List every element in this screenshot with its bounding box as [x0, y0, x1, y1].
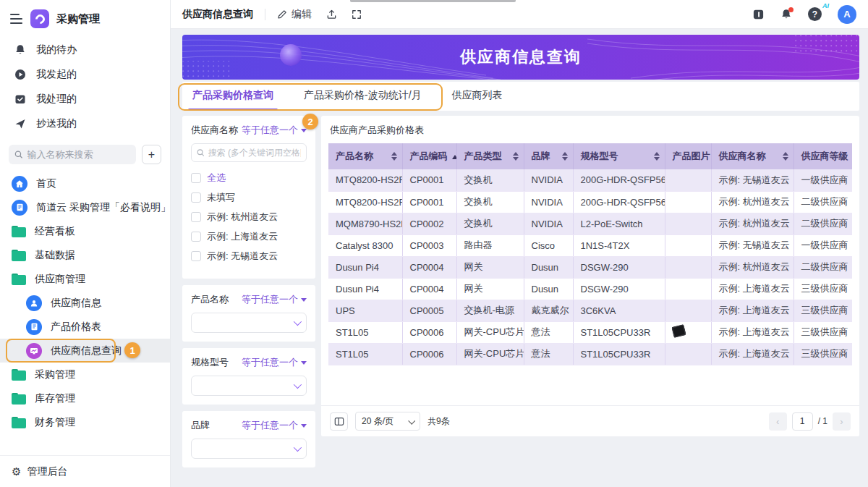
sidebar-item-purchase-management[interactable]: 采购管理: [0, 363, 170, 386]
prev-page-button[interactable]: ‹: [769, 412, 787, 431]
filter-option[interactable]: 全选: [191, 168, 307, 187]
sidebar-item-product-price-table[interactable]: 产品价格表: [0, 315, 170, 339]
filter-select[interactable]: [191, 376, 307, 396]
search-icon: [14, 150, 23, 159]
column-header[interactable]: 供应商名称: [711, 143, 793, 169]
sort-icon[interactable]: [783, 152, 788, 161]
sort-icon[interactable]: [654, 152, 660, 161]
option-label: 示例: 无锡道友云: [207, 250, 278, 263]
sidebar-item-supplier-query[interactable]: 供应商信息查询 1: [0, 339, 170, 363]
filter-label: 规格型号: [191, 356, 229, 369]
fullscreen-button[interactable]: [352, 9, 362, 20]
filter-select[interactable]: [191, 439, 307, 459]
filter-spec-model: 规格型号 等于任意一个: [182, 348, 315, 405]
table-row[interactable]: Dusun Pi4CP0004网关DusunDSGW-290示例: 上海道友云三…: [328, 278, 852, 300]
next-page-button[interactable]: ›: [833, 412, 851, 431]
page-size-select[interactable]: 20 条/页: [355, 412, 420, 431]
menu-toggle-icon[interactable]: [10, 14, 23, 24]
option-label: 示例: 杭州道友云: [207, 211, 278, 224]
sidebar-item-cc-to-me[interactable]: 抄送我的: [0, 111, 170, 136]
tab-bar: 产品采购价格查询 产品采购价格-波动统计/月 供应商列表: [182, 82, 859, 111]
folder-open-icon: [12, 274, 26, 285]
notifications-button[interactable]: [780, 9, 792, 20]
column-settings-button[interactable]: [330, 412, 348, 431]
filter-operator-dropdown[interactable]: 等于任意一个: [242, 124, 307, 137]
sidebar-nav: 首页 简道云 采购管理「必看说明」 经营看板 基础数据 供应商管理 供应商信息 …: [0, 171, 170, 434]
bell-icon: [14, 44, 26, 56]
table-row[interactable]: Catalyst 8300CP0003路由器Cisco1N1S-4T2X示例: …: [328, 234, 852, 256]
option-label: 全选: [207, 171, 226, 185]
panel-toggle-button[interactable]: [752, 9, 765, 20]
tab-supplier-list[interactable]: 供应商列表: [451, 89, 504, 111]
sort-icon[interactable]: [841, 152, 847, 161]
list-icon: [26, 319, 42, 335]
folder-icon: [12, 250, 26, 261]
person-icon: [26, 295, 42, 311]
filter-operator-dropdown[interactable]: 等于任意一个: [242, 419, 307, 432]
column-header[interactable]: 产品名称: [328, 143, 402, 169]
add-button[interactable]: +: [142, 145, 161, 164]
sidebar-item-guide[interactable]: 简道云 采购管理「必看说明」: [0, 195, 170, 219]
sidebar-item-business-boards[interactable]: 经营看板: [0, 219, 170, 243]
filter-search-box[interactable]: [191, 143, 307, 162]
sidebar-item-supplier-management[interactable]: 供应商管理: [0, 267, 170, 291]
share-button[interactable]: [326, 9, 337, 20]
dashboard-icon: [26, 343, 42, 359]
column-header[interactable]: 品牌: [524, 143, 573, 169]
edit-button[interactable]: 编辑: [277, 8, 312, 21]
filter-option[interactable]: 示例: 无锡道友云: [191, 246, 307, 266]
sidebar-item-base-data[interactable]: 基础数据: [0, 243, 170, 267]
question-icon: ?: [808, 7, 822, 21]
sidebar-item-home[interactable]: 首页: [0, 171, 170, 195]
table-row[interactable]: UPSCP0005交换机-电源戴克威尔3C6KVA示例: 上海道友云三级供应商: [328, 300, 852, 321]
filter-search-input[interactable]: [208, 148, 301, 158]
sidebar-item-initiated-by-me[interactable]: 我发起的: [0, 62, 170, 87]
sidebar-item-supplier-info[interactable]: 供应商信息: [0, 291, 170, 315]
sort-icon[interactable]: [391, 152, 397, 161]
app-logo-icon[interactable]: [30, 9, 49, 28]
checkbox[interactable]: [191, 212, 201, 222]
supplier-options: 全选未填写示例: 杭州道友云示例: 上海道友云示例: 无锡道友云: [191, 168, 307, 266]
table-row[interactable]: MQM8790-HS2RCP0002交换机NVIDIAL2-PoE-Switch…: [328, 213, 852, 234]
tab-price-fluctuation-monthly[interactable]: 产品采购价格-波动统计/月: [302, 89, 423, 111]
sidebar-item-inventory-management[interactable]: 库存管理: [0, 386, 170, 410]
column-header[interactable]: 供应商等级: [793, 143, 852, 169]
filter-select[interactable]: [191, 313, 307, 333]
avatar[interactable]: A: [838, 5, 856, 24]
sidebar-item-finance-management[interactable]: 财务管理: [0, 410, 170, 434]
sidebar-item-my-todo[interactable]: 我的待办: [0, 38, 170, 62]
sort-icon[interactable]: [513, 152, 519, 161]
check-box-icon: [14, 93, 26, 105]
admin-backend-button[interactable]: ⚙ 管理后台: [0, 455, 170, 487]
table-row[interactable]: MTQ8200-HS2FCP0001交换机NVIDIA200G-HDR-QSFP…: [328, 169, 852, 191]
sidebar-search-box[interactable]: [9, 145, 136, 164]
table-row[interactable]: ST1L05CP0006网关-CPU芯片意法ST1L05CPU33R示例: 上海…: [328, 321, 852, 343]
checkbox[interactable]: [191, 251, 201, 261]
table-row[interactable]: ST1L05CP0006网关-CPU芯片意法ST1L05CPU33R示例: 上海…: [328, 343, 852, 365]
filter-brand: 品牌 等于任意一个: [182, 411, 315, 467]
tab-product-purchase-price-query[interactable]: 产品采购价格查询: [191, 89, 275, 111]
sort-icon[interactable]: [562, 152, 568, 161]
table-row[interactable]: MTQ8200-HS2FCP0001交换机NVIDIA200G-HDR-QSFP…: [328, 191, 852, 213]
filter-product-name: 产品名称 等于任意一个: [182, 285, 315, 342]
filter-option[interactable]: 未填写: [191, 187, 307, 207]
table-row[interactable]: Dusun Pi4CP0004网关DusunDSGW-290示例: 杭州道友云二…: [328, 256, 852, 278]
column-header[interactable]: 产品编码: [402, 143, 456, 169]
sidebar-search-input[interactable]: [27, 149, 130, 160]
filter-option[interactable]: 示例: 上海道友云: [191, 226, 307, 246]
page-number-input[interactable]: [792, 412, 813, 431]
help-button[interactable]: ? AI: [808, 7, 822, 21]
table-footer: 20 条/页 共9条 ‹ / 1 ›: [321, 405, 859, 436]
column-header[interactable]: 规格型号: [573, 143, 665, 169]
home-icon: [12, 176, 27, 192]
filter-operator-dropdown[interactable]: 等于任意一个: [242, 293, 307, 306]
checkbox[interactable]: [191, 192, 201, 203]
filter-operator-dropdown[interactable]: 等于任意一个: [242, 356, 307, 369]
checkbox[interactable]: [191, 173, 201, 183]
filter-option[interactable]: 示例: 杭州道友云: [191, 207, 307, 226]
column-header[interactable]: 产品类型: [456, 143, 524, 169]
page-total: / 1: [818, 416, 827, 426]
sidebar-item-processed-by-me[interactable]: 我处理的: [0, 87, 170, 111]
triangle-down-icon: [301, 298, 307, 302]
checkbox[interactable]: [191, 232, 201, 242]
